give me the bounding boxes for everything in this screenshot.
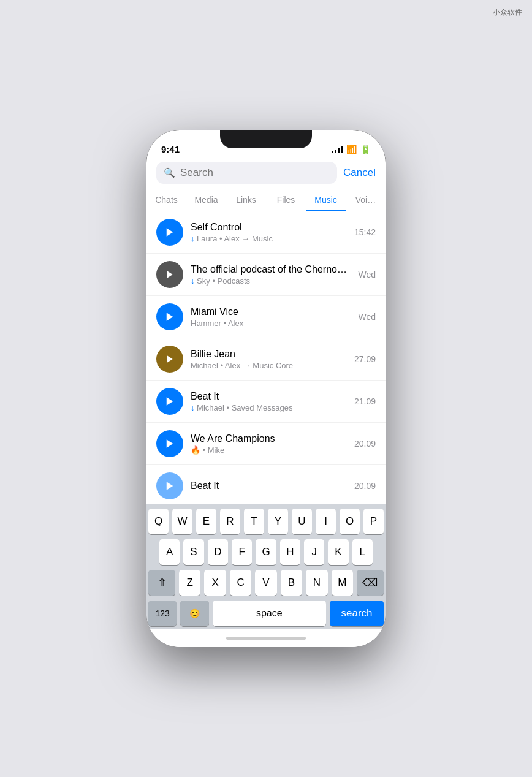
key-a[interactable]: A: [159, 539, 180, 565]
play-button[interactable]: [156, 430, 183, 457]
tab-music[interactable]: Music: [306, 189, 346, 211]
cancel-button[interactable]: Cancel: [343, 167, 376, 179]
tab-chats[interactable]: Chats: [146, 189, 186, 211]
home-indicator: [146, 629, 386, 647]
phone-frame: 9:41 📶 🔋 🔍 Cancel Chats: [146, 130, 386, 647]
music-title: Billie Jean: [191, 349, 344, 360]
search-icon: 🔍: [164, 167, 175, 178]
music-title: Self Control: [191, 222, 344, 233]
play-button[interactable]: [156, 388, 183, 415]
key-e[interactable]: E: [196, 509, 216, 534]
svg-marker-4: [167, 397, 173, 406]
music-subtitle: Hammer • Alex: [191, 319, 348, 328]
list-item[interactable]: Billie Jean Michael • Alex → Music Core …: [146, 338, 386, 381]
music-time: 20.09: [354, 481, 376, 491]
music-info: We Are Champions 🔥 • Mike: [191, 433, 344, 455]
key-f[interactable]: F: [232, 539, 252, 565]
key-s[interactable]: S: [183, 539, 203, 565]
music-subtitle: ↓ Michael • Saved Messages: [191, 403, 344, 412]
music-time: Wed: [358, 312, 376, 322]
tab-files[interactable]: Files: [266, 189, 306, 211]
thumb-avatar[interactable]: [156, 261, 183, 288]
music-title: The official podcast of the Chernobyl: [191, 264, 348, 275]
music-subtitle: 🔥 • Mike: [191, 445, 344, 455]
music-info: Miami Vice Hammer • Alex: [191, 306, 348, 328]
list-item[interactable]: Beat It ↓ Michael • Saved Messages 21.09: [146, 381, 386, 423]
keyboard: Q W E R T Y U I O P A S D F G H J K: [146, 504, 386, 629]
music-subtitle: ↓ Laura • Alex → Music: [191, 234, 344, 243]
notch: [220, 130, 312, 148]
key-w[interactable]: W: [172, 509, 192, 534]
svg-marker-3: [167, 355, 172, 363]
phone-screen: 9:41 📶 🔋 🔍 Cancel Chats: [146, 130, 386, 647]
play-button[interactable]: [156, 219, 183, 246]
key-u[interactable]: U: [292, 509, 312, 534]
keyboard-row-3: ⇧ Z X C V B N M ⌫: [148, 570, 384, 596]
status-icons: 📶 🔋: [332, 145, 371, 154]
key-p[interactable]: P: [363, 509, 384, 534]
key-h[interactable]: H: [280, 539, 300, 565]
key-z[interactable]: Z: [179, 570, 200, 596]
key-search[interactable]: search: [330, 601, 384, 626]
key-m[interactable]: M: [332, 570, 353, 596]
music-title: Beat It: [191, 391, 344, 402]
list-item[interactable]: Self Control ↓ Laura • Alex → Music 15:4…: [146, 211, 386, 254]
signal-icon: [332, 146, 343, 153]
tabs-row: Chats Media Links Files Music Voi…: [146, 189, 386, 211]
key-g[interactable]: G: [256, 539, 276, 565]
watermark: 小众软件: [493, 7, 522, 18]
svg-marker-0: [167, 228, 173, 237]
key-l[interactable]: L: [352, 539, 373, 565]
list-item[interactable]: Beat It 20.09: [146, 465, 386, 504]
play-button[interactable]: [156, 472, 183, 499]
keyboard-row-1: Q W E R T Y U I O P: [148, 509, 384, 534]
music-title: Miami Vice: [191, 306, 348, 317]
home-bar: [226, 637, 306, 640]
key-emoji[interactable]: 😊: [180, 601, 208, 626]
key-k[interactable]: K: [328, 539, 348, 565]
keyboard-row-2: A S D F G H J K L: [148, 539, 384, 565]
list-item[interactable]: Miami Vice Hammer • Alex Wed: [146, 296, 386, 338]
key-o[interactable]: O: [340, 509, 360, 534]
key-c[interactable]: C: [230, 570, 251, 596]
key-v[interactable]: V: [255, 570, 276, 596]
key-r[interactable]: R: [220, 509, 240, 534]
status-time: 9:41: [161, 144, 180, 154]
search-input-wrap[interactable]: 🔍: [156, 162, 337, 184]
key-b[interactable]: B: [281, 570, 302, 596]
key-i[interactable]: I: [316, 509, 336, 534]
key-j[interactable]: J: [304, 539, 324, 565]
keyboard-row-bottom: 123 😊 space search: [148, 601, 384, 626]
key-t[interactable]: T: [244, 509, 264, 534]
music-time: 20.09: [354, 439, 376, 449]
music-info: Billie Jean Michael • Alex → Music Core: [191, 349, 344, 370]
key-space[interactable]: space: [213, 601, 326, 626]
music-time: Wed: [358, 270, 376, 279]
list-item[interactable]: The official podcast of the Chernobyl ↓ …: [146, 254, 386, 296]
key-q[interactable]: Q: [148, 509, 169, 534]
key-123[interactable]: 123: [148, 601, 177, 626]
key-d[interactable]: D: [208, 539, 228, 565]
music-title: Beat It: [191, 480, 344, 491]
music-subtitle: ↓ Sky • Podcasts: [191, 276, 348, 286]
music-info: Beat It: [191, 480, 344, 491]
svg-marker-5: [167, 439, 173, 448]
key-backspace[interactable]: ⌫: [357, 570, 384, 596]
tab-voice[interactable]: Voi…: [346, 189, 386, 211]
music-time: 21.09: [354, 396, 376, 406]
music-time: 27.09: [354, 354, 376, 364]
list-item[interactable]: We Are Champions 🔥 • Mike 20.09: [146, 423, 386, 465]
music-subtitle: Michael • Alex → Music Core: [191, 361, 344, 370]
key-y[interactable]: Y: [268, 509, 288, 534]
key-shift[interactable]: ⇧: [148, 570, 175, 596]
music-info: Beat It ↓ Michael • Saved Messages: [191, 391, 344, 412]
tab-links[interactable]: Links: [226, 189, 266, 211]
battery-icon: 🔋: [360, 145, 371, 154]
key-n[interactable]: N: [306, 570, 327, 596]
thumb-avatar[interactable]: [156, 346, 183, 373]
search-input[interactable]: [180, 167, 330, 179]
svg-marker-2: [167, 313, 173, 321]
play-button[interactable]: [156, 303, 183, 330]
tab-media[interactable]: Media: [186, 189, 226, 211]
key-x[interactable]: X: [204, 570, 226, 596]
